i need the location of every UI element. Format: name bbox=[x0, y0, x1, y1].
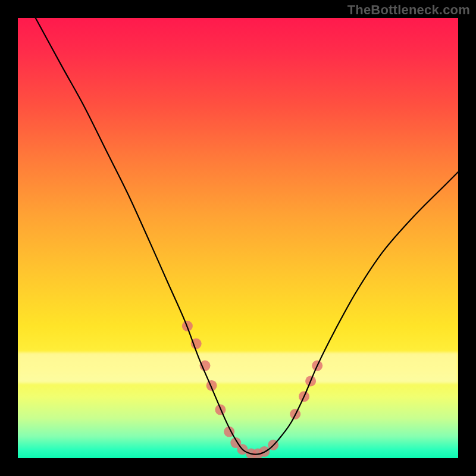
watermark-text: TheBottleneck.com bbox=[347, 2, 470, 18]
chart-svg bbox=[18, 18, 458, 458]
chart-frame: TheBottleneck.com bbox=[0, 0, 476, 476]
plot-area bbox=[18, 18, 458, 458]
marker-dot bbox=[200, 361, 211, 371]
marker-dots-group bbox=[182, 321, 322, 458]
bottleneck-curve bbox=[36, 18, 458, 455]
